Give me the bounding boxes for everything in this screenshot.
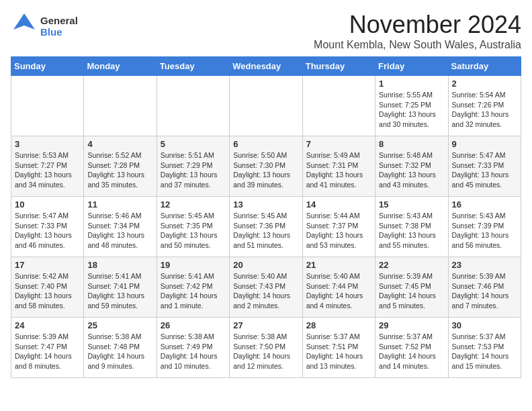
day-number: 30 — [452, 320, 517, 330]
day-info: Sunrise: 5:37 AM Sunset: 7:51 PM Dayligh… — [306, 332, 371, 371]
day-number: 6 — [233, 139, 298, 149]
day-number: 11 — [87, 199, 152, 210]
calendar-cell: 22Sunrise: 5:39 AM Sunset: 7:45 PM Dayli… — [375, 257, 448, 318]
calendar-cell: 11Sunrise: 5:46 AM Sunset: 7:34 PM Dayli… — [84, 197, 157, 257]
day-number: 19 — [161, 260, 226, 270]
day-number: 23 — [452, 260, 517, 270]
calendar-cell: 4Sunrise: 5:52 AM Sunset: 7:28 PM Daylig… — [84, 136, 157, 197]
day-info: Sunrise: 5:44 AM Sunset: 7:37 PM Dayligh… — [306, 211, 371, 250]
day-info: Sunrise: 5:41 AM Sunset: 7:42 PM Dayligh… — [161, 271, 226, 311]
calendar-cell — [84, 76, 157, 136]
day-info: Sunrise: 5:41 AM Sunset: 7:41 PM Dayligh… — [87, 271, 152, 311]
calendar-cell: 5Sunrise: 5:51 AM Sunset: 7:29 PM Daylig… — [157, 136, 229, 197]
day-info: Sunrise: 5:55 AM Sunset: 7:25 PM Dayligh… — [379, 90, 444, 130]
calendar-cell: 18Sunrise: 5:41 AM Sunset: 7:41 PM Dayli… — [84, 257, 157, 318]
month-title: November 2024 — [314, 11, 521, 39]
logo-blue-text: Blue — [40, 27, 78, 38]
day-number: 14 — [306, 199, 371, 210]
day-number: 7 — [306, 139, 371, 149]
calendar-cell: 12Sunrise: 5:45 AM Sunset: 7:35 PM Dayli… — [157, 197, 229, 257]
day-number: 1 — [379, 79, 444, 89]
day-number: 29 — [379, 320, 444, 330]
calendar-cell: 28Sunrise: 5:37 AM Sunset: 7:51 PM Dayli… — [302, 318, 375, 378]
calendar-week-row: 3Sunrise: 5:53 AM Sunset: 7:27 PM Daylig… — [11, 136, 521, 197]
calendar-cell: 16Sunrise: 5:43 AM Sunset: 7:39 PM Dayli… — [448, 197, 521, 257]
calendar-cell: 15Sunrise: 5:43 AM Sunset: 7:38 PM Dayli… — [375, 197, 448, 257]
day-number: 24 — [15, 320, 80, 330]
day-number: 28 — [306, 320, 371, 330]
calendar-week-row: 10Sunrise: 5:47 AM Sunset: 7:33 PM Dayli… — [11, 197, 521, 257]
day-info: Sunrise: 5:49 AM Sunset: 7:31 PM Dayligh… — [306, 150, 371, 190]
day-info: Sunrise: 5:37 AM Sunset: 7:52 PM Dayligh… — [379, 332, 444, 371]
day-info: Sunrise: 5:39 AM Sunset: 7:46 PM Dayligh… — [452, 271, 517, 311]
day-info: Sunrise: 5:40 AM Sunset: 7:43 PM Dayligh… — [233, 271, 298, 311]
day-number: 8 — [379, 139, 444, 149]
day-info: Sunrise: 5:45 AM Sunset: 7:35 PM Dayligh… — [161, 211, 226, 250]
day-info: Sunrise: 5:38 AM Sunset: 7:48 PM Dayligh… — [87, 332, 152, 371]
calendar-cell: 1Sunrise: 5:55 AM Sunset: 7:25 PM Daylig… — [375, 76, 448, 136]
svg-marker-0 — [13, 13, 35, 30]
calendar-cell: 17Sunrise: 5:42 AM Sunset: 7:40 PM Dayli… — [11, 257, 84, 318]
calendar-cell — [157, 76, 229, 136]
day-number: 10 — [15, 199, 80, 210]
weekday-header-sunday: Sunday — [11, 57, 84, 76]
weekday-header-row: SundayMondayTuesdayWednesdayThursdayFrid… — [11, 57, 521, 76]
calendar-cell — [11, 76, 84, 136]
location-subtitle: Mount Kembla, New South Wales, Australia — [314, 39, 521, 51]
calendar-week-row: 17Sunrise: 5:42 AM Sunset: 7:40 PM Dayli… — [11, 257, 521, 318]
day-info: Sunrise: 5:48 AM Sunset: 7:32 PM Dayligh… — [379, 150, 444, 190]
calendar-cell: 26Sunrise: 5:38 AM Sunset: 7:49 PM Dayli… — [157, 318, 229, 378]
day-info: Sunrise: 5:37 AM Sunset: 7:53 PM Dayligh… — [452, 332, 517, 371]
calendar-cell: 29Sunrise: 5:37 AM Sunset: 7:52 PM Dayli… — [375, 318, 448, 378]
calendar-cell: 25Sunrise: 5:38 AM Sunset: 7:48 PM Dayli… — [84, 318, 157, 378]
day-number: 27 — [233, 320, 298, 330]
day-info: Sunrise: 5:46 AM Sunset: 7:34 PM Dayligh… — [87, 211, 152, 250]
weekday-header-wednesday: Wednesday — [230, 57, 302, 76]
title-area: November 2024 Mount Kembla, New South Wa… — [314, 11, 521, 51]
calendar-cell: 19Sunrise: 5:41 AM Sunset: 7:42 PM Dayli… — [157, 257, 229, 318]
day-info: Sunrise: 5:39 AM Sunset: 7:47 PM Dayligh… — [15, 332, 80, 371]
day-number: 9 — [452, 139, 517, 149]
calendar-cell: 10Sunrise: 5:47 AM Sunset: 7:33 PM Dayli… — [11, 197, 84, 257]
day-number: 21 — [306, 260, 371, 270]
day-info: Sunrise: 5:38 AM Sunset: 7:50 PM Dayligh… — [233, 332, 298, 371]
calendar-cell: 30Sunrise: 5:37 AM Sunset: 7:53 PM Dayli… — [448, 318, 521, 378]
calendar-table: SundayMondayTuesdayWednesdayThursdayFrid… — [11, 56, 521, 378]
day-info: Sunrise: 5:38 AM Sunset: 7:49 PM Dayligh… — [161, 332, 226, 371]
day-number: 18 — [87, 260, 152, 270]
calendar-cell — [230, 76, 302, 136]
calendar-cell: 9Sunrise: 5:47 AM Sunset: 7:33 PM Daylig… — [448, 136, 521, 197]
calendar-cell: 21Sunrise: 5:40 AM Sunset: 7:44 PM Dayli… — [302, 257, 375, 318]
calendar-week-row: 1Sunrise: 5:55 AM Sunset: 7:25 PM Daylig… — [11, 76, 521, 136]
weekday-header-monday: Monday — [84, 57, 157, 76]
calendar-cell: 8Sunrise: 5:48 AM Sunset: 7:32 PM Daylig… — [375, 136, 448, 197]
calendar-cell: 7Sunrise: 5:49 AM Sunset: 7:31 PM Daylig… — [302, 136, 375, 197]
day-number: 22 — [379, 260, 444, 270]
day-number: 16 — [452, 199, 517, 210]
day-info: Sunrise: 5:42 AM Sunset: 7:40 PM Dayligh… — [15, 271, 80, 311]
day-number: 25 — [87, 320, 152, 330]
logo-bird-icon — [11, 11, 38, 42]
calendar-cell: 24Sunrise: 5:39 AM Sunset: 7:47 PM Dayli… — [11, 318, 84, 378]
calendar-week-row: 24Sunrise: 5:39 AM Sunset: 7:47 PM Dayli… — [11, 318, 521, 378]
logo-text: General Blue — [40, 15, 78, 38]
calendar-cell: 20Sunrise: 5:40 AM Sunset: 7:43 PM Dayli… — [230, 257, 302, 318]
day-info: Sunrise: 5:54 AM Sunset: 7:26 PM Dayligh… — [452, 90, 517, 130]
day-info: Sunrise: 5:43 AM Sunset: 7:38 PM Dayligh… — [379, 211, 444, 250]
day-info: Sunrise: 5:51 AM Sunset: 7:29 PM Dayligh… — [161, 150, 226, 190]
calendar-cell: 2Sunrise: 5:54 AM Sunset: 7:26 PM Daylig… — [448, 76, 521, 136]
calendar-cell: 14Sunrise: 5:44 AM Sunset: 7:37 PM Dayli… — [302, 197, 375, 257]
logo-general-text: General — [40, 15, 78, 27]
logo: General Blue — [11, 11, 78, 42]
day-number: 26 — [161, 320, 226, 330]
day-number: 12 — [161, 199, 226, 210]
day-number: 17 — [15, 260, 80, 270]
day-info: Sunrise: 5:52 AM Sunset: 7:28 PM Dayligh… — [87, 150, 152, 190]
day-info: Sunrise: 5:40 AM Sunset: 7:44 PM Dayligh… — [306, 271, 371, 311]
weekday-header-thursday: Thursday — [302, 57, 375, 76]
day-info: Sunrise: 5:53 AM Sunset: 7:27 PM Dayligh… — [15, 150, 80, 190]
day-info: Sunrise: 5:50 AM Sunset: 7:30 PM Dayligh… — [233, 150, 298, 190]
calendar-cell: 6Sunrise: 5:50 AM Sunset: 7:30 PM Daylig… — [230, 136, 302, 197]
day-number: 2 — [452, 79, 517, 89]
day-number: 15 — [379, 199, 444, 210]
